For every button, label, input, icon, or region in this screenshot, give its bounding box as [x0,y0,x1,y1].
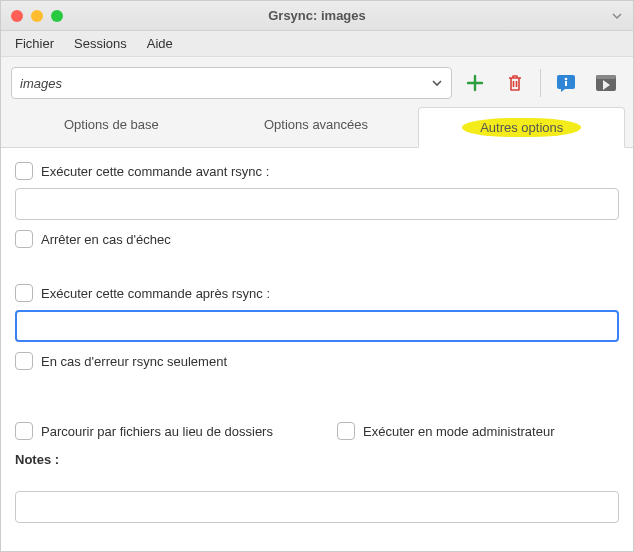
session-select[interactable]: images [11,67,452,99]
tab-other-options[interactable]: Autres options [418,107,625,148]
menu-file[interactable]: Fichier [7,33,62,54]
info-icon [555,73,577,93]
input-exec-before[interactable] [15,188,619,220]
label-exec-before: Exécuter cette commande avant rsync : [41,164,269,179]
svg-rect-4 [596,75,616,79]
label-browse-files: Parcourir par fichiers au lieu de dossie… [41,424,273,439]
checkbox-browse-files[interactable] [15,422,33,440]
plus-icon [465,73,485,93]
tab-advanced-options[interactable]: Options avancées [214,107,419,147]
tab-bar: Options de base Options avancées Autres … [1,107,633,148]
checkbox-on-error-only[interactable] [15,352,33,370]
add-session-button[interactable] [458,67,492,99]
session-select-value: images [20,76,62,91]
tab-basic-options[interactable]: Options de base [9,107,214,147]
label-on-error-only: En cas d'erreur rsync seulement [41,354,227,369]
run-button[interactable] [589,67,623,99]
checkbox-run-admin[interactable] [337,422,355,440]
svg-point-1 [565,78,568,81]
input-exec-after[interactable] [15,310,619,342]
label-halt-on-fail: Arrêter en cas d'échec [41,232,171,247]
window-title: Grsync: images [1,8,633,23]
svg-rect-2 [565,81,567,86]
label-exec-after: Exécuter cette commande après rsync : [41,286,270,301]
input-notes[interactable] [15,491,619,523]
menu-sessions[interactable]: Sessions [66,33,135,54]
maximize-window-button[interactable] [51,10,63,22]
tab-label: Autres options [462,118,581,137]
minimize-window-button[interactable] [31,10,43,22]
trash-icon [505,73,525,93]
window-controls [1,10,63,22]
info-button[interactable] [549,67,583,99]
other-options-panel: Exécuter cette commande avant rsync : Ar… [1,148,633,552]
toolbar-separator [540,69,541,97]
delete-session-button[interactable] [498,67,532,99]
menu-help[interactable]: Aide [139,33,181,54]
close-window-button[interactable] [11,10,23,22]
toolbar: images [1,57,633,107]
run-icon [595,74,617,92]
tab-label: Options de base [64,117,159,132]
menubar: Fichier Sessions Aide [1,31,633,57]
titlebar: Grsync: images [1,1,633,31]
checkbox-exec-before[interactable] [15,162,33,180]
tab-label: Options avancées [264,117,368,132]
label-notes: Notes : [15,452,619,467]
checkbox-exec-after[interactable] [15,284,33,302]
chevron-down-icon [431,77,443,89]
checkbox-halt-on-fail[interactable] [15,230,33,248]
shade-window-button[interactable] [611,10,623,22]
label-run-admin: Exécuter en mode administrateur [363,424,554,439]
